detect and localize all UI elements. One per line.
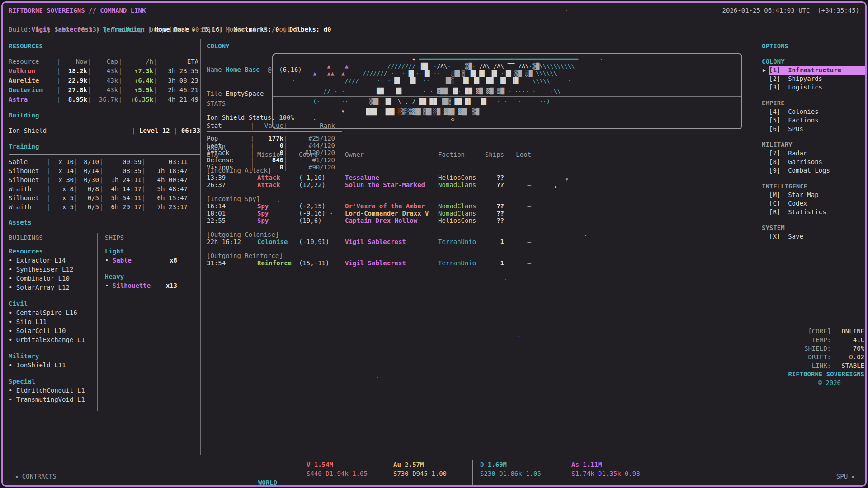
menu-item-garrisons[interactable]: [8] Garrisons bbox=[769, 158, 865, 166]
menu-item-save[interactable]: [X] Save bbox=[769, 232, 865, 241]
menu-item-logistics[interactable]: [3] Logistics bbox=[769, 83, 865, 92]
core-brand: RIFTBORNE SOVEREIGNS bbox=[762, 370, 864, 379]
ship-item: • Sablex8 bbox=[105, 256, 177, 265]
colony-title: COLONY bbox=[207, 42, 754, 51]
resources-header: Resource|Now|Cap|/h|ETA bbox=[9, 57, 200, 66]
colony-panel: COLONY Name Home Base @ (6,16) Tile Empt… bbox=[207, 42, 754, 455]
resources-title: RESOURCES bbox=[9, 42, 200, 51]
menu-section: COLONY▶[1] Infrastructure[2] Shipyards[3… bbox=[762, 57, 865, 92]
header: RIFTBORNE SOVEREIGNS // COMMAND LINK 202… bbox=[9, 6, 859, 34]
building-item: • SolarCell L10 bbox=[9, 326, 94, 335]
radar-row: 22h 16:12Colonise(-10,91)Vigil Sablecres… bbox=[207, 238, 496, 245]
building-name: Ion Shield bbox=[9, 126, 47, 136]
training-row: Wraith|x 8|0/8|4h 14:17|5h 48:47 bbox=[9, 184, 200, 193]
map-band: ✦ ━━━━━━━━━━━━━━━━━━━━━━━━━━━━━━━━━━━━━━… bbox=[273, 54, 741, 86]
radar-row: 16:14Spy(-2,15)Or'Vexra of the AmberNoma… bbox=[207, 202, 496, 210]
divider bbox=[9, 54, 200, 54]
radar-group: [Outgoing Reinforce]31:54Reinforce(15,-1… bbox=[207, 252, 496, 267]
radar-group-label: [Outgoing Reinforce] bbox=[207, 252, 496, 259]
radar-group: [Outgoing Colonise]22h 16:12Colonise(-10… bbox=[207, 231, 496, 245]
radar-row: 13:39Attack(-1,10)TessaluneHeliosCons??– bbox=[207, 174, 496, 181]
menu-section: SYSTEM[X] Save bbox=[762, 223, 865, 241]
at-sign: @ bbox=[268, 66, 271, 73]
core-line: LINK:STABLE bbox=[762, 361, 864, 370]
map-band: * ███ ▐██ ░▒░▒▓█▌▒█▌░█ ▓██ ▓█▌ ▒█ ──────… bbox=[273, 107, 741, 124]
radar-row: 22:55Spy(19,6)Captain Drex HollowHeliosC… bbox=[207, 217, 496, 224]
building-eta: 06:33 bbox=[181, 127, 200, 134]
radar-group-label: [Incoming Attack] bbox=[207, 167, 496, 174]
building-item: • CentralSpire L16 bbox=[9, 308, 94, 317]
market-cell: Au 2.57MS730 D945 1.00 bbox=[386, 460, 472, 487]
building-item: • IonShield L11 bbox=[9, 361, 94, 370]
menu-item-star-map[interactable]: [M] Star Map bbox=[769, 191, 865, 199]
building-group-name: Special bbox=[9, 377, 94, 386]
building-group: Special• EldritchConduit L1• Transmuting… bbox=[9, 377, 94, 404]
buildings-caption: BUILDINGS bbox=[9, 233, 94, 242]
menu-section: INTELLIGENCE[M] Star Map[C] Codex[R] Sta… bbox=[762, 182, 865, 216]
panel-divider-left bbox=[200, 39, 201, 455]
menu-item-radar[interactable]: [7] Radar bbox=[769, 149, 865, 158]
menu-item-codex[interactable]: [C] Codex bbox=[769, 199, 865, 208]
building-item: • OrbitalExchange L1 bbox=[9, 335, 94, 344]
building-row: Ion Shield | Level 12 | 06:33 bbox=[9, 126, 200, 136]
core-line: DRIFT:0.02 bbox=[762, 353, 864, 361]
menu-section-title: MILITARY bbox=[762, 140, 865, 149]
menu-section-title: INTELLIGENCE bbox=[762, 182, 865, 191]
training-title: Training bbox=[9, 142, 200, 151]
clock: 2026-01-25 06:41:03 UTC (+34:35:45) bbox=[722, 6, 859, 15]
resource-row: Aurelite|22.9k|43k|↑6.4k|3h 08:23 bbox=[9, 76, 200, 85]
menu-item-shipyards[interactable]: [2] Shipyards bbox=[769, 75, 865, 83]
colony-name: Home Base bbox=[226, 66, 260, 73]
divider bbox=[762, 54, 865, 54]
panel-divider-right bbox=[755, 39, 755, 455]
menu-item-statistics[interactable]: [R] Statistics bbox=[769, 208, 865, 216]
market-cell: As 1.11MS1.74k D1.35k 0.98 bbox=[564, 460, 693, 487]
contracts-button[interactable]: ◂ CONTRACTS bbox=[14, 473, 57, 480]
menu-item-factions[interactable]: [5] Factions bbox=[769, 116, 865, 125]
header-divider bbox=[3, 39, 865, 39]
status-line: Build: busy (next 06:33) | Training: bus… bbox=[9, 25, 859, 34]
core-line: TEMP:41C bbox=[762, 336, 864, 344]
radar-group: [Incoming Spy]16:14Spy(-2,15)Or'Vexra of… bbox=[207, 195, 496, 224]
selected-arrow-icon: ▶ bbox=[763, 66, 766, 75]
building-item: • SolarArray L12 bbox=[9, 283, 94, 292]
menu-item-combat-logs[interactable]: [9] Combat Logs bbox=[769, 166, 865, 175]
training-row: Silhouet|x 30|0/30|1h 24:11|4h 00:47 bbox=[9, 175, 200, 184]
assets-buildings-column: BUILDINGS Resources• Extractor L14• Synt… bbox=[9, 233, 97, 411]
training-row: Silhouet|x 5|0/5|5h 54:11|6h 15:47 bbox=[9, 193, 200, 202]
core-status: [CORE]ONLINETEMP:41CSHIELD:76%DRIFT:0.02… bbox=[762, 327, 864, 387]
footer-bar: ◂ CONTRACTS WORLD MARKET V 1.54MS440 D1.… bbox=[3, 455, 865, 485]
building-item: • Synthesiser L12 bbox=[9, 265, 94, 274]
divider bbox=[9, 230, 200, 230]
building-group: Civil• CentralSpire L16• Silo L11• Solar… bbox=[9, 299, 94, 344]
spu-button[interactable]: SPU ▸ bbox=[836, 473, 855, 480]
world-market: WORLD MARKET V 1.54MS440 D1.94k 1.05Au 2… bbox=[258, 460, 693, 487]
building-item: • Extractor L14 bbox=[9, 256, 94, 265]
player-bar: Vigil Sablecrest|TerranUnion|Home Base ▸… bbox=[9, 15, 859, 25]
ship-group-name: Light bbox=[105, 247, 200, 256]
training-table: Sable|x 10|8/10|00:59|03:11Silhouet|x 14… bbox=[9, 157, 200, 211]
building-group: Resources• Extractor L14• Synthesiser L1… bbox=[9, 247, 94, 292]
training-row: Sable|x 10|8/10|00:59|03:11 bbox=[9, 157, 200, 166]
resources-table: Resource|Now|Cap|/h|ETAVulkron|18.2k|43k… bbox=[9, 57, 200, 104]
building-item: • Combinator L10 bbox=[9, 274, 94, 283]
map-band: // · · ██ ▐█ · · ▓██ ▐█· ██ ▓█ ▓█·▒█ · ·… bbox=[273, 86, 741, 96]
menu-item-infrastructure[interactable]: ▶[1] Infrastructure bbox=[769, 66, 865, 75]
resource-row: Vulkron|18.2k|43k|↑7.3k|3h 23:55 bbox=[9, 66, 200, 76]
radar-group: [Incoming Attack]13:39Attack(-1,10)Tessa… bbox=[207, 167, 496, 188]
resource-row: Deuterium|27.8k|43k|↑5.5k|2h 46:21 bbox=[9, 85, 200, 95]
menu-section-title: COLONY bbox=[762, 57, 865, 66]
colony-name-label: Name bbox=[207, 66, 222, 73]
menu-item-colonies[interactable]: [4] Colonies bbox=[769, 108, 865, 116]
radar-row: 18:01Spy(-9,16) ·Lord-Commander Draxx VN… bbox=[207, 210, 496, 217]
app-title: RIFTBORNE SOVEREIGNS // COMMAND LINK bbox=[9, 6, 146, 15]
menu-section: EMPIRE[4] Colonies[5] Factions[6] SPUs bbox=[762, 99, 865, 133]
app-frame: RIFTBORNE SOVEREIGNS // COMMAND LINK 202… bbox=[1, 1, 867, 487]
game-screen: RIFTBORNE SOVEREIGNS // COMMAND LINK 202… bbox=[0, 0, 868, 488]
menu-item-spus[interactable]: [6] SPUs bbox=[769, 125, 865, 133]
core-line: SHIELD:76% bbox=[762, 344, 864, 353]
options-panel: OPTIONS COLONY▶[1] Infrastructure[2] Shi… bbox=[762, 42, 865, 455]
ship-group: Heavy• Silhouettex13 bbox=[105, 272, 200, 290]
building-group-name: Resources bbox=[9, 247, 94, 256]
market-cell: D 1.69MS230 D1.86k 1.05 bbox=[472, 460, 564, 487]
